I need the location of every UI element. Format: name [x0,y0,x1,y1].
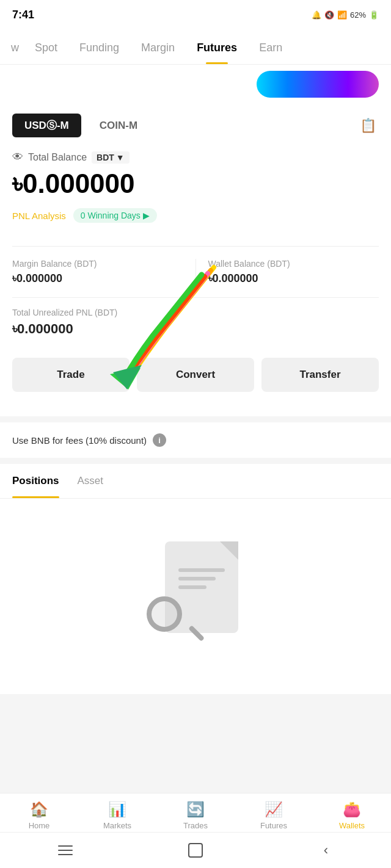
futures-nav-icon: 📈 [265,801,283,818]
trade-button[interactable]: Trade [12,358,130,392]
main-content: USDⓈ-M COIN-M 📋 👁 Total Balance BDT ▼ ৳0… [0,106,391,416]
margin-balance-value: ৳0.000000 [12,272,183,285]
history-icon[interactable]: 📋 [357,115,379,137]
margin-balance-card: Margin Balance (BDT) ৳0.000000 [12,259,196,285]
coinm-tab[interactable]: COIN-M [87,115,150,137]
tab-futures[interactable]: Futures [186,29,248,64]
wallet-balance-card: Wallet Balance (BDT) ৳0.000000 [196,259,379,285]
tab-margin[interactable]: Margin [130,29,186,64]
search-magnifier-icon [147,596,196,645]
unrealized-pnl-value: ৳0.000000 [12,321,379,337]
tab-earn[interactable]: Earn [248,29,293,64]
margin-balance-label: Margin Balance (BDT) [12,259,183,269]
winning-days-text: 0 Winning Days [81,211,141,220]
nav-futures[interactable]: 📈 Futures [235,794,313,837]
nav-wallets-label: Wallets [339,821,365,830]
markets-icon: 📊 [108,801,126,818]
wallets-icon: 👛 [343,801,361,818]
signal-icon: 📶 [337,10,347,20]
action-buttons: Trade Convert Transfer [12,358,379,404]
positions-tab[interactable]: Positions [12,464,59,498]
winning-days-badge[interactable]: 0 Winning Days ▶ [73,208,157,223]
nav-tabs: w Spot Funding Margin Futures Earn [0,29,391,65]
chevron-right-icon: ▶ [143,211,150,220]
gradient-pill-row [0,65,391,106]
nav-trades-label: Trades [183,821,208,830]
bnb-notice-text: Use BNB for fees (10% discount) [12,435,147,446]
status-bar: 7:41 🔔 🔇 📶 62% 🔋 [0,0,391,29]
wallet-balance-label: Wallet Balance (BDT) [208,259,379,269]
tab-funding[interactable]: Funding [68,29,130,64]
balance-section: 👁 Total Balance BDT ▼ ৳0.000000 PNL Anal… [12,145,379,236]
empty-state [0,499,391,694]
transfer-button[interactable]: Transfer [261,358,379,392]
balance-amount: ৳0.000000 [12,168,379,200]
system-back-button[interactable]: ‹ [316,841,335,859]
convert-button[interactable]: Convert [137,358,254,392]
unrealized-section: Total Unrealized PNL (BDT) ৳0.000000 [12,297,379,343]
system-menu-button[interactable] [56,841,75,859]
trades-icon: 🔄 [186,801,205,818]
battery-text: 62% [350,10,366,20]
nav-futures-label: Futures [260,821,287,830]
notification-icon: 🔔 [312,10,321,20]
asset-tab[interactable]: Asset [78,464,104,498]
nav-wallets[interactable]: 👛 Wallets [313,794,391,837]
info-icon[interactable]: i [153,433,166,447]
nav-home[interactable]: 🏠 Home [0,794,78,837]
total-balance-label: 👁 Total Balance BDT ▼ [12,151,379,164]
dropdown-arrow: ▼ [116,153,125,162]
battery-icon: 🔋 [369,10,379,20]
eye-icon[interactable]: 👁 [12,151,23,164]
system-nav: ‹ [0,832,391,868]
status-icons: 🔔 🔇 📶 62% 🔋 [312,10,379,20]
selector-tabs: USDⓈ-M COIN-M [12,114,150,137]
usdm-tab[interactable]: USDⓈ-M [12,114,81,137]
pnl-row: PNL Analysis 0 Winning Days ▶ [12,208,379,223]
tab-w[interactable]: w [6,29,24,64]
balance-cards: Margin Balance (BDT) ৳0.000000 Wallet Ba… [12,246,379,285]
market-selector: USDⓈ-M COIN-M 📋 [12,106,379,145]
nav-home-label: Home [29,821,50,830]
unrealized-pnl-label: Total Unrealized PNL (BDT) [12,308,379,317]
currency-text: BDT [97,153,114,162]
sub-tabs: Positions Asset [0,464,391,499]
nav-markets-label: Markets [103,821,131,830]
empty-icon [147,535,244,645]
home-icon: 🏠 [30,801,48,818]
system-home-button[interactable] [186,841,205,859]
volume-icon: 🔇 [324,10,334,20]
total-balance-text: Total Balance [28,152,87,163]
back-arrow-icon: ‹ [324,842,328,858]
pnl-analysis-link[interactable]: PNL Analysis [12,211,66,221]
tab-spot[interactable]: Spot [24,29,68,64]
gradient-pill [257,71,379,98]
wallet-balance-value: ৳0.000000 [208,272,379,285]
bnb-notice: Use BNB for fees (10% discount) i [0,422,391,458]
nav-trades[interactable]: 🔄 Trades [156,794,235,837]
status-time: 7:41 [12,9,34,21]
bottom-nav: 🏠 Home 📊 Markets 🔄 Trades 📈 Futures 👛 Wa… [0,793,391,837]
nav-markets[interactable]: 📊 Markets [78,794,156,837]
currency-badge[interactable]: BDT ▼ [92,151,130,164]
